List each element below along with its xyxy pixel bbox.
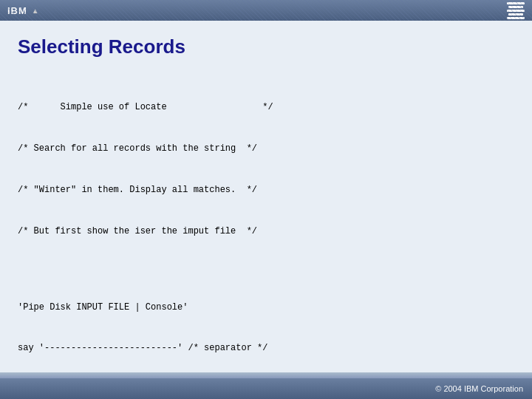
say-line: say '-------------------------' /* separ… (18, 341, 514, 355)
ibm-stripe-4 (508, 13, 523, 16)
top-bar: IBM ▲ (0, 0, 532, 21)
copyright-text: © 2004 IBM Corporation (435, 384, 523, 393)
bottom-pattern (0, 372, 532, 378)
pipe-line-1: 'Pipe Disk INPUT FILE | Console' (18, 301, 514, 315)
ibm-stripe-2 (508, 6, 523, 8)
ibm-text: IBM (7, 5, 27, 16)
ibm-logo-left: IBM ▲ (7, 5, 39, 16)
code-comment-1: /* Simple use of Locate */ (18, 100, 514, 115)
bottom-bar: © 2004 IBM Corporation (0, 378, 532, 399)
code-comment-3: /* "Winter" in them. Display all matches… (18, 183, 514, 197)
code-block: /* Simple use of Locate */ /* Search for… (18, 73, 514, 265)
ibm-stripe-3 (507, 10, 525, 12)
code-comment-4: /* But first show the iser the imput fil… (18, 225, 514, 239)
ibm-stripe-5 (507, 17, 525, 19)
ibm-logo-icon (507, 2, 525, 19)
page-title: Selecting Records (18, 35, 514, 58)
main-content: Selecting Records /* Simple use of Locat… (0, 21, 532, 378)
ibm-stripe-1 (507, 2, 525, 4)
ibm-logo-icon-small: ▲ (32, 7, 39, 15)
code-comment-2: /* Search for all records with the strin… (18, 142, 514, 156)
